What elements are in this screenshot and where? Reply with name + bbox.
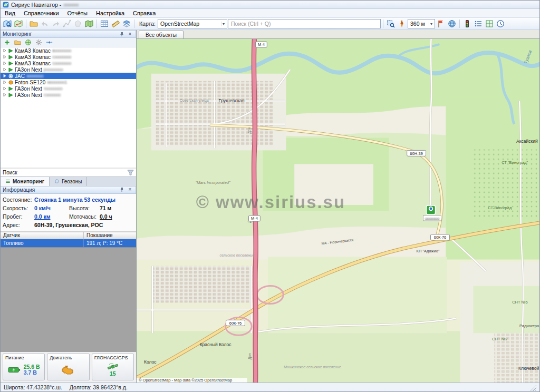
undo-icon[interactable] [40, 19, 50, 29]
chevron-down-icon: ▾ [429, 22, 433, 26]
clock-icon[interactable] [495, 19, 506, 29]
filter-funnel-icon[interactable] [127, 170, 134, 175]
menu-directories[interactable]: Справочники [20, 9, 63, 17]
toolbar-separator [134, 19, 134, 28]
tree-toolbar [1, 38, 136, 47]
status-longitude: Долгота: 39.96423°в.д. [70, 384, 128, 390]
map-search-icon[interactable] [2, 19, 13, 29]
map-label-klyuchevoy: Ключевой [518, 366, 539, 371]
layers-icon[interactable] [121, 19, 132, 29]
toolbar-separator [383, 19, 383, 28]
globe-icon[interactable] [447, 19, 457, 29]
tree-item[interactable]: ГАЗон Nextсооооооо [1, 92, 136, 98]
expander-icon[interactable] [3, 93, 7, 97]
tab-all-objects[interactable]: Все объекты [139, 31, 184, 38]
state-label: Состояние: [3, 197, 34, 203]
tree-item[interactable]: КамАЗ Компасвоооооооо [1, 47, 136, 54]
redo-icon[interactable] [51, 19, 61, 29]
tree-search-row[interactable]: Поиск [1, 168, 136, 177]
route-map-icon[interactable] [13, 19, 24, 29]
tree-item[interactable]: КамАЗ Компассоооооооо [1, 60, 136, 66]
table-icon[interactable] [99, 19, 110, 29]
main-toolbar: Карта: OpenStreetMap▾ 360 м▾ [1, 18, 539, 30]
map-label-street: Советская улица [180, 99, 209, 103]
watermark: © www.sirius.su [196, 192, 345, 212]
mileage-label: Пробег: [3, 213, 34, 220]
menu-reports[interactable]: Отчёты [63, 9, 92, 17]
flag-icon[interactable] [436, 19, 446, 29]
map-scale-value: 360 м [410, 21, 426, 27]
mileage-value[interactable]: 0.0 км [34, 213, 69, 220]
pin-icon[interactable] [118, 187, 125, 193]
add-object-icon[interactable] [2, 38, 12, 47]
application-window: Сириус Навигатор - ооооооо Вид Справочни… [0, 0, 540, 392]
svg-text:© OpenStreetMap - Map data ©20: © OpenStreetMap - Map data ©2025 OpenStr… [139, 378, 232, 383]
sensor-column-header[interactable]: Датчик [1, 232, 84, 239]
globe-green-icon[interactable] [23, 38, 33, 47]
vehicle-name-censored: роооооооо [44, 67, 63, 72]
expander-icon[interactable] [3, 55, 7, 59]
map-label-mars: "Mars Incorporated" [196, 180, 230, 185]
power-gauge: Питание 25.6 В 3.7 В [3, 354, 45, 380]
expander-icon[interactable] [3, 80, 7, 84]
menu-help[interactable]: Справка [129, 9, 160, 17]
svg-text:М-4: М-4 [251, 216, 258, 221]
table-row[interactable]: Топливо 191 л; t°: 19 °C [1, 239, 136, 247]
map-green-icon[interactable] [84, 19, 94, 29]
status-bar: Широта: 47.43238°с.ш. Долгота: 39.96423°… [1, 383, 539, 391]
vehicle-name: КамАЗ Компас [15, 61, 51, 66]
polygon-icon [54, 179, 60, 184]
map-provider-combo[interactable]: OpenStreetMap▾ [158, 19, 227, 28]
info-panel: Состояние: Стоянка 1 минута 53 секунды С… [1, 194, 136, 232]
groups-folder-icon[interactable] [13, 38, 22, 47]
svg-text:60К-76: 60К-76 [229, 321, 242, 326]
satellite-icon[interactable] [44, 38, 54, 47]
tree-item[interactable]: КамАЗ Компассоооооооо [1, 54, 136, 60]
gear-icon[interactable] [34, 38, 43, 47]
engine-gauge-label: Двигатель [50, 355, 86, 360]
monitoring-panel-header: Мониторинг × [1, 30, 136, 38]
menu-view[interactable]: Вид [1, 9, 20, 17]
altitude-label: Высота: [69, 205, 100, 211]
map-label-aksaysky: Аксайский [516, 139, 538, 144]
tab-geozones[interactable]: Геозоны [50, 177, 88, 186]
resize-grip[interactable] [529, 384, 536, 391]
traffic-light-icon[interactable] [462, 19, 472, 29]
track-polyline-icon[interactable] [62, 19, 72, 29]
list-icon [5, 179, 11, 184]
value-column-header[interactable]: Показание [84, 232, 136, 238]
expander-icon[interactable] [3, 86, 7, 91]
tree-item[interactable]: Foton SE120мооооооо1 [1, 79, 136, 85]
map-scale-combo[interactable]: 360 м▾ [408, 19, 435, 28]
tree-item-selected[interactable]: JACэооооооо [1, 73, 136, 79]
engine-gauge: Двигатель [47, 354, 89, 380]
close-icon[interactable]: × [127, 187, 133, 193]
compass-icon[interactable] [397, 19, 407, 29]
vehicle-status-icon [8, 67, 13, 72]
zoom-area-icon[interactable] [385, 19, 396, 29]
ruler-icon[interactable] [110, 19, 121, 29]
expander-icon[interactable] [3, 61, 7, 65]
vehicle-status-icon [8, 61, 13, 66]
tree-item[interactable]: ГАЗон Nextроооооооо [1, 66, 136, 73]
pin-icon[interactable] [118, 31, 125, 37]
map-provider-value: OpenStreetMap [160, 21, 218, 27]
engine-hours-value[interactable]: 0.0 ч [100, 213, 112, 220]
expander-icon[interactable] [3, 74, 7, 78]
expander-icon[interactable] [3, 48, 7, 53]
close-icon[interactable]: × [127, 31, 133, 37]
grid-icon[interactable] [484, 19, 495, 29]
toolbar-separator [26, 19, 26, 28]
search-input[interactable] [228, 19, 381, 28]
map-label-mishkinskoe: Мишкинское сельское поселение [284, 365, 341, 369]
expander-icon[interactable] [3, 67, 7, 72]
tab-monitoring[interactable]: Мониторинг [1, 177, 50, 186]
open-folder-icon[interactable] [28, 19, 39, 29]
geozone-polygon-icon[interactable] [73, 19, 83, 29]
menu-settings[interactable]: Настройка [92, 9, 129, 17]
tree-item[interactable]: ГАЗон Nextтоооооооо [1, 85, 136, 92]
gps-gauge: ГЛОНАСС/GPS 15 [92, 354, 134, 380]
legend-list-icon[interactable] [473, 19, 484, 29]
map-viewport[interactable]: Дон Дон Дон М4 - Новочеркасск М-4 М-4 [137, 39, 539, 383]
map-canvas[interactable]: Дон Дон Дон М4 - Новочеркасск М-4 М-4 [137, 39, 539, 383]
